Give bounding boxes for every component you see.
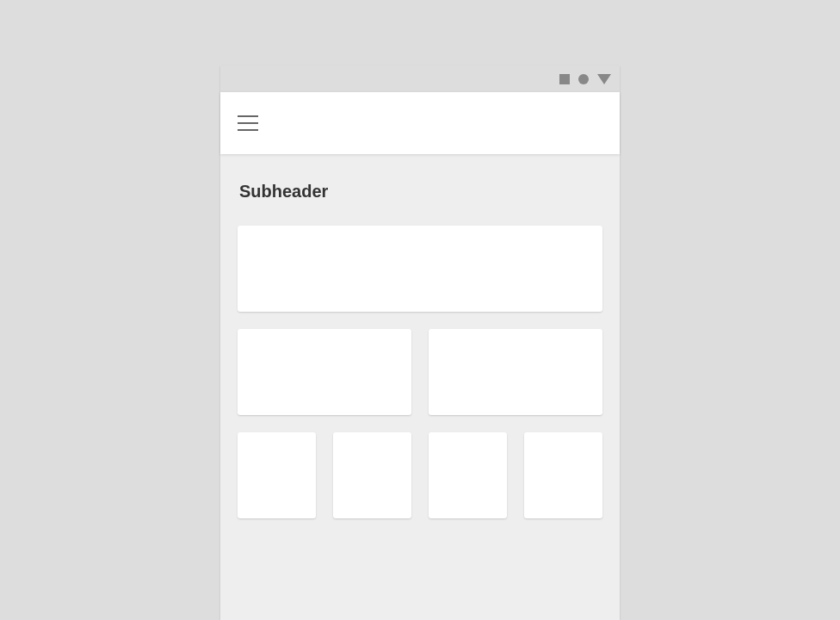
subheader: Subheader (239, 182, 602, 202)
card-row-2 (238, 329, 602, 415)
card[interactable] (238, 329, 411, 415)
status-circle-icon (578, 74, 589, 84)
card[interactable] (429, 329, 602, 415)
card[interactable] (238, 226, 602, 312)
card-row-1 (238, 226, 602, 312)
content-area: Subheader (220, 154, 620, 620)
card[interactable] (238, 432, 316, 518)
card[interactable] (429, 432, 507, 518)
app-bar (220, 92, 620, 154)
status-triangle-icon (597, 74, 611, 84)
card-row-3 (238, 432, 602, 518)
card[interactable] (333, 432, 411, 518)
status-bar (220, 65, 620, 92)
menu-icon[interactable] (238, 115, 258, 131)
card[interactable] (524, 432, 602, 518)
device-frame: Subheader (220, 65, 620, 620)
status-square-icon (559, 74, 570, 84)
